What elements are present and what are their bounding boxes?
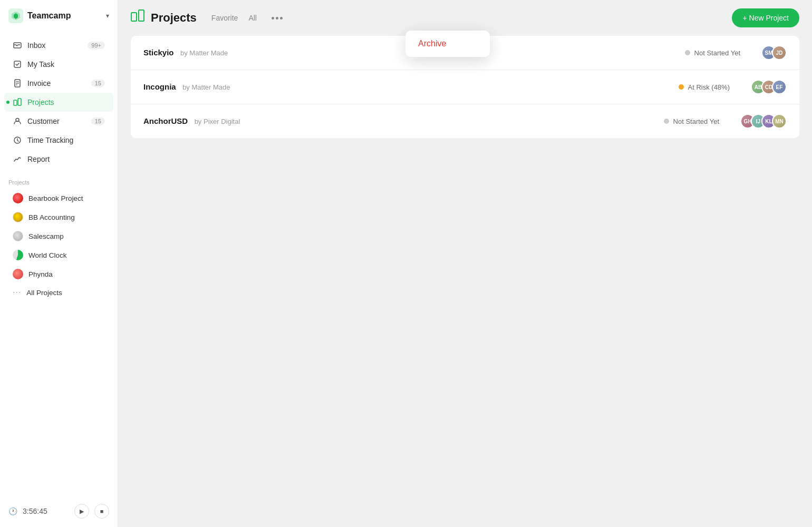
sidebar-project-bb-accounting[interactable]: BB Accounting (4, 208, 113, 227)
phynda-label: Phynda (28, 270, 53, 278)
archive-dropdown: Archive (405, 31, 490, 57)
avatar: JD (772, 45, 787, 60)
projects-label: Projects (27, 98, 105, 106)
bearbook-label: Bearbook Project (28, 194, 83, 202)
teamcamp-logo-icon (8, 8, 23, 23)
time-tracking-label: Time Tracking (27, 136, 105, 144)
archive-option[interactable]: Archive (418, 39, 446, 48)
world-clock-color-icon (13, 250, 23, 260)
svg-rect-12 (139, 10, 144, 21)
salescamp-label: Salescamp (28, 232, 64, 240)
sidebar-item-inbox[interactable]: Inbox 99+ (4, 36, 113, 55)
more-dot-2 (276, 17, 278, 19)
sidebar-item-my-task[interactable]: My Task (4, 55, 113, 74)
all-projects-label: All Projects (26, 289, 62, 297)
inbox-label: Inbox (27, 41, 82, 50)
main-content: Projects Favorite All + New Project Arch… (118, 0, 812, 527)
stop-button[interactable]: ■ (94, 504, 109, 519)
report-label: Report (27, 155, 105, 163)
brand-name: Teamcamp (27, 11, 102, 21)
status-text: Not Started Yet (694, 49, 740, 57)
project-by: by Matter Made (180, 49, 228, 57)
table-row[interactable]: Incognia by Matter Made At Risk (48%) AB… (131, 70, 799, 104)
salescamp-color-icon (13, 231, 23, 241)
projects-section-label: Projects (0, 173, 118, 189)
invoice-icon (13, 79, 22, 88)
stop-icon: ■ (100, 508, 104, 514)
projects-page-icon (131, 9, 144, 26)
project-name-area: Stickyio by Matter Made (143, 48, 228, 57)
status-text: At Risk (48%) (688, 83, 730, 91)
tab-all[interactable]: All (248, 12, 257, 24)
avatar: MN (772, 114, 787, 129)
sidebar-item-projects[interactable]: Projects (4, 93, 113, 112)
project-by: by Matter Made (182, 83, 230, 91)
world-clock-label: World Clock (28, 251, 67, 259)
status-dot (679, 84, 684, 90)
more-dot-3 (280, 17, 283, 19)
project-by: by Pixer Digital (195, 118, 240, 125)
status-dot (664, 119, 669, 124)
inbox-badge: 99+ (88, 42, 105, 49)
customer-icon (13, 116, 22, 126)
play-button[interactable]: ▶ (74, 504, 89, 519)
header-tabs: Favorite All (211, 12, 287, 24)
footer-time: 3:56:45 (23, 507, 69, 515)
new-project-button[interactable]: + New Project (732, 8, 799, 27)
project-name: Incognia (143, 82, 176, 91)
bb-accounting-label: BB Accounting (28, 213, 75, 221)
project-name: AnchorUSD (143, 116, 188, 125)
chevron-down-icon: ▾ (106, 12, 109, 19)
project-avatars: AB CD EF (751, 80, 787, 94)
sidebar-project-salescamp[interactable]: Salescamp (4, 227, 113, 246)
tab-favorite[interactable]: Favorite (211, 12, 238, 24)
avatar-stack: AB CD EF (751, 80, 787, 94)
time-tracking-icon (13, 135, 22, 145)
project-name: Stickyio (143, 48, 174, 57)
project-avatars: SM JD (761, 45, 787, 60)
more-tabs-button[interactable] (267, 15, 287, 22)
invoice-label: Invoice (27, 79, 86, 87)
active-indicator (6, 101, 9, 104)
page-title: Projects (151, 11, 197, 25)
invoice-badge: 15 (91, 80, 105, 87)
sidebar-item-invoice[interactable]: Invoice 15 (4, 74, 113, 93)
sidebar-project-bearbook[interactable]: Bearbook Project (4, 189, 113, 208)
sidebar-projects-list: Bearbook Project BB Accounting Salescamp… (0, 189, 118, 284)
sidebar-item-report[interactable]: Report (4, 150, 113, 169)
sidebar-project-phynda[interactable]: Phynda (4, 265, 113, 284)
task-icon (13, 60, 22, 69)
sidebar-item-customer[interactable]: Customer 15 (4, 112, 113, 131)
avatar: EF (772, 80, 787, 94)
my-task-label: My Task (27, 60, 105, 69)
sidebar-footer: 🕐 3:56:45 ▶ ■ (0, 495, 118, 527)
avatar-stack: SM JD (761, 45, 787, 60)
sidebar: Teamcamp ▾ Inbox 99+ My Task Invoice 15 (0, 0, 118, 527)
svg-rect-7 (14, 100, 17, 105)
avatar-stack: GH IJ KL MN (740, 114, 787, 129)
project-status: At Risk (48%) (679, 83, 730, 91)
sidebar-nav: Inbox 99+ My Task Invoice 15 Projects (0, 32, 118, 173)
svg-rect-8 (18, 99, 21, 105)
bearbook-color-icon (13, 193, 23, 203)
more-dot-1 (272, 17, 274, 19)
bb-accounting-color-icon (13, 212, 23, 222)
phynda-color-icon (13, 269, 23, 279)
project-avatars: GH IJ KL MN (740, 114, 787, 129)
table-row[interactable]: AnchorUSD by Pixer Digital Not Started Y… (131, 104, 799, 138)
all-projects-dots-icon: ··· (13, 288, 21, 297)
svg-rect-11 (131, 13, 137, 21)
sidebar-project-world-clock[interactable]: World Clock (4, 246, 113, 265)
project-name-area: Incognia by Matter Made (143, 82, 230, 92)
sidebar-all-projects[interactable]: ··· All Projects (4, 284, 113, 301)
customer-label: Customer (27, 117, 86, 125)
clock-icon: 🕐 (8, 507, 17, 515)
project-status: Not Started Yet (664, 118, 719, 125)
customer-badge: 15 (91, 118, 105, 125)
status-text: Not Started Yet (673, 118, 719, 125)
projects-icon (13, 97, 22, 107)
project-status: Not Started Yet (685, 49, 740, 57)
sidebar-item-time-tracking[interactable]: Time Tracking (4, 131, 113, 150)
status-dot (685, 50, 690, 55)
sidebar-brand[interactable]: Teamcamp ▾ (0, 0, 118, 32)
